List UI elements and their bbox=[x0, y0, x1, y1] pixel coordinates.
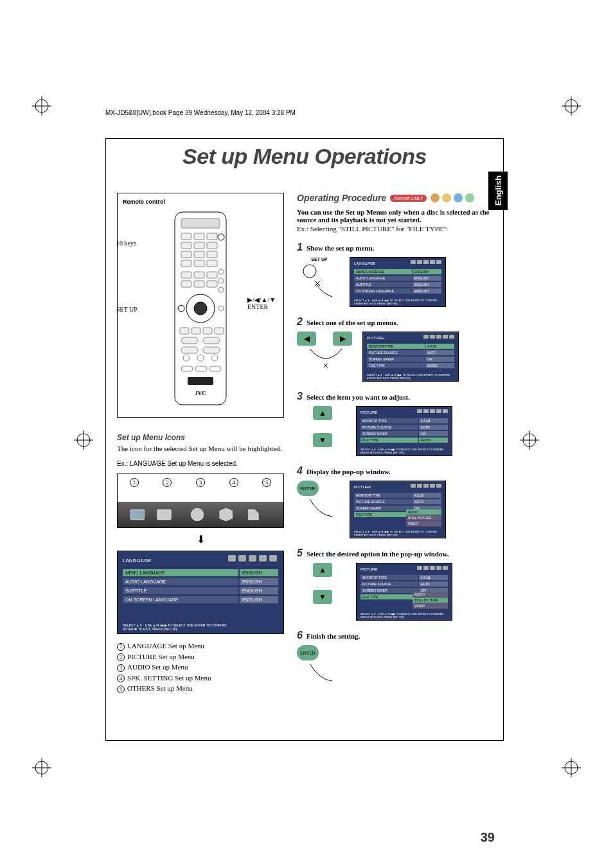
step-6: 6Finish the setting. ENTER bbox=[297, 630, 490, 684]
list-item: 2PICTURE Set up Menu bbox=[117, 653, 284, 662]
svg-point-64 bbox=[191, 508, 204, 521]
svg-rect-28 bbox=[207, 251, 217, 258]
nav-enter-label: ▶/◀/▲/▼ENTER bbox=[247, 296, 281, 310]
setup-icons-heading: Set up Menu Icons bbox=[117, 433, 284, 442]
operating-procedure-header: Operating Procedure Remote ONLY bbox=[297, 193, 490, 203]
press-setup-diagram bbox=[297, 261, 342, 300]
step-2: 2Select one of the set up menus. ◀ ▶ PIC… bbox=[297, 316, 490, 382]
svg-rect-27 bbox=[194, 251, 204, 258]
step-menu-screenshot: PICTURE MONITOR TYPE4:3 LB PICTURE SOURC… bbox=[356, 406, 452, 456]
svg-rect-47 bbox=[191, 328, 200, 334]
menu-panel-title: LANGUAGE bbox=[123, 558, 151, 563]
remote-illustration: JVC bbox=[162, 209, 239, 408]
intro-example: Ex.: Selecting "STILL PICTURE" for "FILE… bbox=[297, 225, 490, 233]
up-arrow-icon: ▲ bbox=[313, 406, 332, 420]
step-4: 4Display the pop-up window. ENTER PICTUR… bbox=[297, 465, 490, 538]
svg-rect-52 bbox=[181, 347, 198, 353]
svg-rect-25 bbox=[207, 242, 217, 249]
svg-rect-50 bbox=[181, 337, 198, 344]
svg-rect-19 bbox=[181, 218, 220, 228]
page-title: Set up Menu Operations bbox=[105, 144, 504, 169]
list-item: 1LANGUAGE Set up Menu bbox=[117, 642, 284, 651]
enter-button-icon: ENTER bbox=[297, 645, 319, 660]
svg-point-65 bbox=[303, 265, 316, 278]
svg-rect-21 bbox=[194, 233, 204, 240]
list-item: 3AUDIO Set up Menu bbox=[117, 663, 284, 672]
svg-rect-49 bbox=[215, 328, 224, 334]
svg-rect-46 bbox=[180, 328, 189, 334]
svg-rect-60 bbox=[188, 377, 213, 385]
svg-rect-63 bbox=[157, 509, 172, 520]
circled-numbers-row: 1 2 3 4 5 bbox=[118, 478, 283, 487]
popup-window: AUDIO STILL PICTURE VIDEO bbox=[406, 509, 441, 527]
step-3: 3Select the item you want to adjust. ▲ ▼… bbox=[297, 391, 490, 456]
menu-footer: SELECT ▲▼ : USE ▲/▼/◀/▶ TO SELECT. USE E… bbox=[123, 623, 278, 631]
intro-text: You can use the Set up Menus only when a… bbox=[297, 208, 490, 224]
svg-point-43 bbox=[194, 302, 207, 315]
svg-rect-51 bbox=[203, 337, 220, 344]
operating-procedure-heading: Operating Procedure bbox=[297, 193, 386, 203]
menu-tabs-icons bbox=[228, 555, 277, 562]
ten-keys-label: 10 keys bbox=[116, 240, 136, 247]
svg-rect-33 bbox=[181, 272, 191, 278]
menu-icon-row-graphic bbox=[118, 502, 283, 527]
menu-row: AUDIO LANGUAGEENGLISH bbox=[123, 578, 278, 585]
step-1: 1Show the set up menu. SET UP LANGUAGE M… bbox=[297, 242, 490, 307]
svg-rect-31 bbox=[207, 260, 217, 267]
registration-mark-icon bbox=[32, 758, 51, 777]
press-enter-diagram: ENTER bbox=[297, 481, 342, 519]
registration-mark-icon bbox=[562, 96, 581, 116]
svg-rect-35 bbox=[207, 272, 217, 278]
language-menu-panel: LANGUAGE MENU LANGUAGEENGLISH AUDIO LANG… bbox=[117, 551, 284, 634]
svg-rect-26 bbox=[181, 251, 191, 258]
registration-mark-icon bbox=[562, 758, 581, 777]
list-item: 5OTHERS Set up Menu bbox=[117, 684, 284, 693]
down-arrow-icon: ⬇ bbox=[117, 533, 284, 545]
left-arrow-icon: ◀ bbox=[297, 332, 316, 346]
svg-rect-37 bbox=[194, 281, 204, 287]
page-source-header: MX-JD5&8[UW].book Page 39 Wednesday, May… bbox=[105, 109, 296, 116]
svg-rect-34 bbox=[194, 272, 204, 278]
registration-mark-icon bbox=[520, 430, 539, 450]
remote-only-badge: Remote ONLY bbox=[390, 195, 427, 202]
page-number: 39 bbox=[481, 830, 495, 845]
svg-rect-30 bbox=[194, 260, 204, 267]
svg-rect-23 bbox=[181, 242, 191, 249]
setup-menu-list: 1LANGUAGE Set up Menu 2PICTURE Set up Me… bbox=[117, 642, 284, 693]
menu-row: SUBTITLEENGLISH bbox=[123, 587, 278, 594]
svg-rect-48 bbox=[203, 328, 212, 334]
remote-control-diagram: Remote control bbox=[117, 193, 284, 418]
press-up-down-diagram: ▲ ▼ bbox=[297, 406, 348, 445]
step-menu-screenshot: LANGUAGE MENU LANGUAGEENGLISH AUDIO LANG… bbox=[350, 257, 446, 307]
svg-rect-22 bbox=[207, 233, 217, 240]
svg-rect-36 bbox=[181, 281, 191, 287]
setup-ptr-label: SET UP bbox=[116, 306, 138, 313]
popup-window: AUDIO STILL PICTURE VIDEO bbox=[413, 592, 448, 609]
enter-button-icon: ENTER bbox=[297, 481, 319, 496]
language-tab: English bbox=[488, 172, 508, 210]
press-left-right-diagram: ◀ ▶ bbox=[297, 332, 355, 370]
registration-mark-icon bbox=[74, 430, 93, 450]
step-5: 5Select the desired option in the pop-up… bbox=[297, 547, 490, 621]
svg-rect-29 bbox=[181, 260, 191, 267]
step-menu-screenshot: PICTURE MONITOR TYPE4:3 LB PICTURE SOURC… bbox=[362, 332, 459, 382]
step-menu-screenshot: PICTURE MONITOR TYPE4:3 LB PICTURE SOURC… bbox=[350, 481, 446, 538]
svg-rect-38 bbox=[207, 281, 217, 287]
svg-text:JVC: JVC bbox=[195, 390, 206, 396]
up-arrow-icon: ▲ bbox=[313, 563, 332, 577]
step-menu-screenshot: PICTURE MONITOR TYPE4:3 LB PICTURE SOURC… bbox=[356, 563, 452, 621]
list-item: 4SPK. SETTING Set up Menu bbox=[117, 674, 284, 683]
svg-rect-53 bbox=[203, 347, 220, 353]
setup-icons-example: Ex.: LANGUAGE Set up Menu is selected. bbox=[117, 460, 284, 467]
disc-type-icons bbox=[431, 193, 474, 202]
setup-icons-desc: The icon for the selected Set up Menu wi… bbox=[117, 445, 284, 452]
setup-button-label: SET UP bbox=[297, 257, 342, 261]
right-arrow-icon: ▶ bbox=[333, 332, 352, 346]
svg-rect-20 bbox=[181, 233, 191, 240]
menu-icons-strip: 1 2 3 4 5 bbox=[117, 474, 284, 528]
remote-box-label: Remote control bbox=[123, 199, 278, 205]
down-arrow-icon: ▼ bbox=[313, 590, 332, 604]
menu-row: ON SCREEN LANGUAGEENGLISH bbox=[123, 596, 278, 603]
press-up-down-diagram: ▲ ▼ bbox=[297, 563, 348, 601]
down-arrow-icon: ▼ bbox=[313, 433, 332, 447]
